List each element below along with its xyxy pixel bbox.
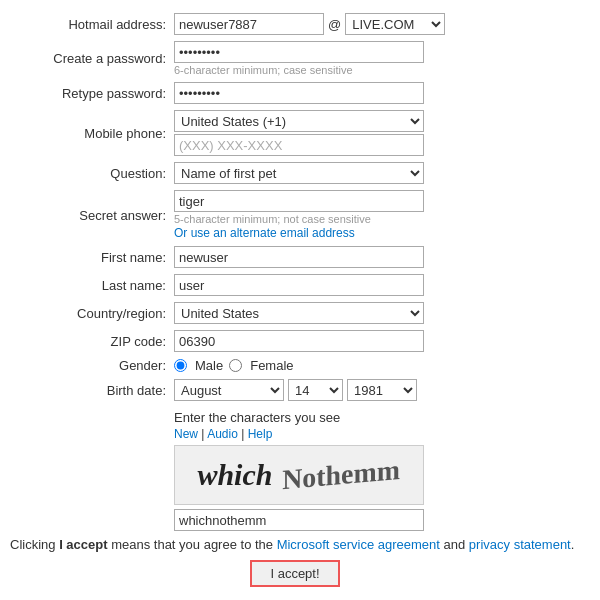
gender-label: Gender:: [0, 355, 170, 376]
captcha-links: New | Audio | Help: [174, 427, 590, 441]
captcha-image: which Nothemm: [174, 445, 424, 505]
phone-input[interactable]: [174, 134, 424, 156]
gender-row: Gender: Male Female: [0, 355, 590, 376]
gender-male-radio[interactable]: [174, 359, 187, 372]
captcha-pipe2: |: [241, 427, 244, 441]
captcha-audio-link[interactable]: Audio: [207, 427, 238, 441]
password-hint: 6-character minimum; case sensitive: [174, 64, 586, 76]
birthdate-selects: JanuaryFebruaryMarch AprilMayJune JulyAu…: [174, 379, 586, 401]
captcha-hint: Enter the characters you see: [174, 410, 590, 425]
country-row: Country/region: United States Canada Uni…: [0, 299, 590, 327]
accept-button-row: I accept!: [0, 560, 590, 587]
retype-input[interactable]: [174, 82, 424, 104]
at-sign: @: [328, 17, 341, 32]
retype-row: Retype password:: [0, 79, 590, 107]
answer-hint: 5-character minimum; not case sensitive: [174, 213, 586, 225]
answer-label: Secret answer:: [0, 187, 170, 243]
gender-options: Male Female: [174, 358, 586, 373]
firstname-label: First name:: [0, 243, 170, 271]
privacy-statement-link[interactable]: privacy statement: [469, 537, 571, 552]
firstname-input[interactable]: [174, 246, 424, 268]
accept-button[interactable]: I accept!: [250, 560, 339, 587]
registration-form: Hotmail address: @ LIVE.COM HOTMAIL.COM …: [0, 10, 590, 404]
zip-label: ZIP code:: [0, 327, 170, 355]
zip-input[interactable]: [174, 330, 424, 352]
country-select[interactable]: United States Canada United Kingdom: [174, 302, 424, 324]
captcha-input[interactable]: [174, 509, 424, 531]
password-row: Create a password: 6-character minimum; …: [0, 38, 590, 79]
answer-row: Secret answer: 5-character minimum; not …: [0, 187, 590, 243]
captcha-pipe1: |: [201, 427, 204, 441]
lastname-label: Last name:: [0, 271, 170, 299]
password-input[interactable]: [174, 41, 424, 63]
password-label: Create a password:: [0, 38, 170, 79]
alternate-email-link[interactable]: Or use an alternate email address: [174, 226, 355, 240]
accept-section: Clicking I accept means that you agree t…: [10, 537, 590, 552]
birthdate-row: Birth date: JanuaryFebruaryMarch AprilMa…: [0, 376, 590, 404]
gender-female-label: Female: [250, 358, 293, 373]
month-select[interactable]: JanuaryFebruaryMarch AprilMayJune JulyAu…: [174, 379, 284, 401]
year-select[interactable]: 197919801981 1982198319841985: [347, 379, 417, 401]
country-label: Country/region:: [0, 299, 170, 327]
lastname-input[interactable]: [174, 274, 424, 296]
question-row: Question: Name of first pet Mother's mai…: [0, 159, 590, 187]
question-select[interactable]: Name of first pet Mother's maiden name C…: [174, 162, 424, 184]
gender-female-radio[interactable]: [229, 359, 242, 372]
hotmail-row: Hotmail address: @ LIVE.COM HOTMAIL.COM …: [0, 10, 590, 38]
phone-country-select[interactable]: United States (+1): [174, 110, 424, 132]
captcha-new-link[interactable]: New: [174, 427, 198, 441]
captcha-word2: Nothemm: [283, 454, 401, 496]
zip-row: ZIP code:: [0, 327, 590, 355]
day-select[interactable]: 1234 5678 9101112 131415 16171819 202122…: [288, 379, 343, 401]
question-label: Question:: [0, 159, 170, 187]
retype-label: Retype password:: [0, 79, 170, 107]
lastname-row: Last name:: [0, 271, 590, 299]
phone-label: Mobile phone:: [0, 107, 170, 159]
answer-input[interactable]: [174, 190, 424, 212]
accept-text2: means that you agree to the: [108, 537, 277, 552]
captcha-help-link[interactable]: Help: [248, 427, 273, 441]
hotmail-input[interactable]: [174, 13, 324, 35]
captcha-section: Enter the characters you see New | Audio…: [174, 410, 590, 531]
accept-text1: Clicking: [10, 537, 59, 552]
firstname-row: First name:: [0, 243, 590, 271]
gender-male-label: Male: [195, 358, 223, 373]
domain-select[interactable]: LIVE.COM HOTMAIL.COM OUTLOOK.COM MSN.COM: [345, 13, 445, 35]
accept-bold: I accept: [59, 537, 107, 552]
hotmail-label: Hotmail address:: [0, 10, 170, 38]
accept-text4: .: [571, 537, 575, 552]
email-row: @ LIVE.COM HOTMAIL.COM OUTLOOK.COM MSN.C…: [174, 13, 586, 35]
service-agreement-link[interactable]: Microsoft service agreement: [277, 537, 440, 552]
accept-text3: and: [440, 537, 469, 552]
captcha-word1: which: [197, 458, 272, 492]
birthdate-label: Birth date:: [0, 376, 170, 404]
phone-select-row: United States (+1): [174, 110, 586, 156]
phone-row: Mobile phone: United States (+1): [0, 107, 590, 159]
